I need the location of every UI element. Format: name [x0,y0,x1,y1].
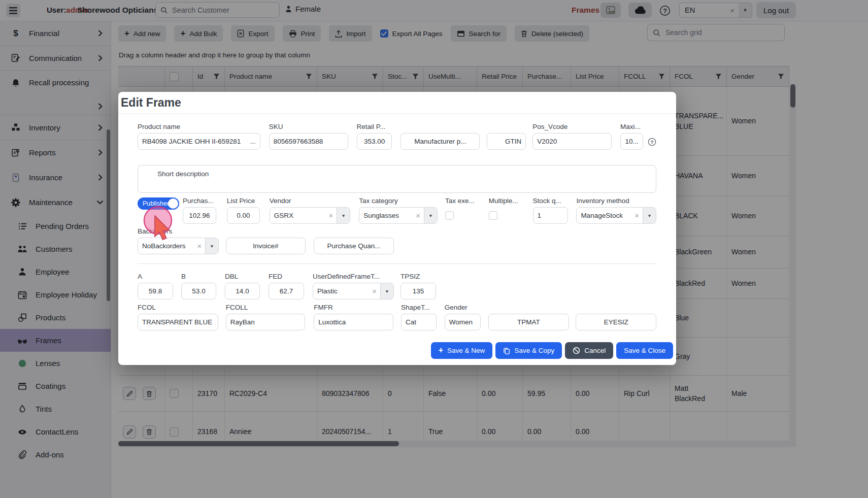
fed-label: FED [269,273,304,280]
copy-icon [503,347,510,354]
published-toggle[interactable]: Published [138,197,179,210]
product-name-input[interactable]: RB4098 JACKIE OHH II-659281... [138,133,260,150]
pos-vcode-input[interactable]: V2020 [532,133,612,150]
app-screen: User:admin Shorewood Opticians Female Fr… [0,0,868,498]
chevron-down-icon[interactable]: ▼ [424,208,437,223]
fcoll-input[interactable]: RayBan [226,314,306,330]
save-and-close-button[interactable]: Save & Close [616,342,673,359]
fed-input[interactable]: 62.7 [269,283,304,300]
modal-footer: +Save & New Save & Copy Cancel Save & Cl… [431,342,673,359]
manufacturer-part-input[interactable]: Manufacturer p... [400,133,480,150]
shape-type-label: ShapeT... [401,304,437,311]
purchase-price-input[interactable]: 102.96 [183,207,216,224]
fcol-label: FCOL [138,304,218,311]
modal-title: Edit Frame [121,96,181,110]
sku-input[interactable]: 8056597663588 [269,133,348,150]
b-input[interactable]: 53.0 [181,283,216,300]
clear-icon[interactable]: × [369,287,380,295]
truncation-ellipsis: ... [248,138,255,145]
modal-body: Product name RB4098 JACKIE OHH II-659281… [118,123,676,330]
cancel-icon [573,347,580,354]
maxi-input[interactable]: 10... [620,133,643,150]
backorders-label: Backorders [138,228,219,235]
purchase-price-label: Purchas... [183,197,216,205]
chevron-down-icon[interactable]: ▼ [205,238,218,254]
fcol-input[interactable]: TRANSPARENT BLUE [138,314,218,330]
fmfr-label: FMFR [314,304,393,311]
svg-text:?: ? [651,139,654,145]
tax-exempt-label: Tax exe... [445,197,489,205]
plus-icon: + [439,346,443,354]
retail-price-label: Retail P... [357,123,392,130]
vendor-select[interactable]: GSRX×▼ [270,207,351,224]
pos-vcode-label: Pos_Vcode [532,123,612,130]
chevron-down-icon[interactable]: ▼ [643,208,656,223]
modal-header: Edit Frame [118,92,676,114]
retail-price-input[interactable]: 353.00 [357,133,392,150]
a-input[interactable]: 59.8 [138,283,173,300]
user-defined-frame-type-label: UserDefinedFrameT... [313,273,394,280]
short-description-input[interactable]: Short description [138,165,656,193]
maxi-help[interactable]: ? [648,138,656,146]
user-defined-frame-type-select[interactable]: Plastic×▼ [313,283,394,300]
inventory-method-select[interactable]: ManageStock×▼ [576,207,656,224]
clear-icon[interactable]: × [412,211,424,220]
clear-icon[interactable]: × [325,211,337,220]
vendor-label: Vendor [270,197,351,205]
gender-label: Gender [445,304,481,311]
invoice-input[interactable]: Invoice# [226,238,306,254]
a-label: A [138,273,173,280]
b-label: B [181,273,216,280]
list-price-input[interactable]: 0.00 [227,207,260,224]
multiple-label: Multiple... [489,197,533,205]
chevron-down-icon[interactable]: ▼ [380,283,393,299]
toggle-knob [168,198,178,209]
product-name-label: Product name [138,123,260,130]
tpsiz-label: TPSIZ [400,273,436,280]
sku-label: SKU [269,123,348,130]
stock-qty-label: Stock q... [533,197,569,205]
tax-category-select[interactable]: Sunglasses×▼ [359,207,438,224]
purchase-quantity-input[interactable]: Purchase Quan... [314,238,394,254]
fcoll-label: FCOLL [226,304,306,311]
fmfr-input[interactable]: Luxottica [314,314,393,330]
section-divider [138,263,656,264]
chevron-down-icon[interactable]: ▼ [337,208,350,223]
eyesiz-input[interactable]: EYESIZ [576,314,656,330]
tax-exempt-checkbox[interactable] [445,211,454,220]
clear-icon[interactable]: × [193,242,205,250]
gender-input[interactable]: Women [445,314,481,330]
stock-qty-input[interactable]: 1 [533,207,569,224]
edit-frame-modal: Edit Frame Product name RB4098 JACKIE OH… [118,92,676,365]
save-and-copy-button[interactable]: Save & Copy [495,342,562,359]
shape-type-input[interactable]: Cat [401,314,437,330]
tpsiz-input[interactable]: 135 [400,283,436,300]
cancel-button[interactable]: Cancel [565,342,613,359]
help-icon: ? [648,138,656,146]
backorders-select[interactable]: NoBackorders×▼ [138,238,219,254]
published-toggle-label: Published [143,200,171,207]
maxi-label: Maxi... [620,123,643,130]
list-price-label: List Price [227,197,260,205]
dbl-label: DBL [225,273,260,280]
clear-icon[interactable]: × [631,211,643,220]
gtin-input[interactable]: GTIN [487,133,526,150]
dbl-input[interactable]: 14.0 [225,283,260,300]
multiple-checkbox[interactable] [489,211,497,220]
tax-category-label: Tax category [359,197,438,205]
inventory-method-label: Inventory method [576,197,656,205]
tpmat-input[interactable]: TPMAT [488,314,570,330]
save-and-new-button[interactable]: +Save & New [431,342,493,359]
